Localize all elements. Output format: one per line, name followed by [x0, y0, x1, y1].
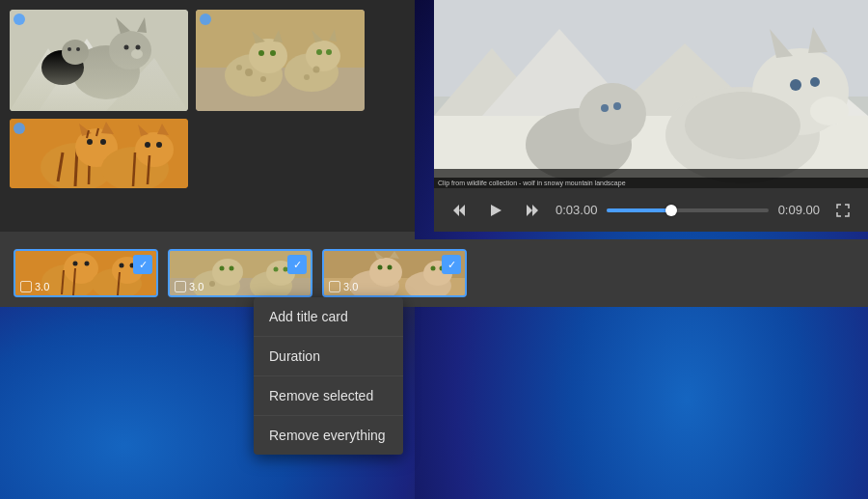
svg-point-23	[270, 50, 276, 56]
thumb-indicator	[14, 14, 25, 25]
svg-point-65	[790, 79, 801, 91]
menu-item-duration[interactable]: Duration	[254, 337, 403, 376]
rewind-button[interactable]	[446, 197, 473, 224]
svg-point-18	[249, 39, 287, 73]
svg-point-66	[810, 77, 820, 87]
svg-point-14	[76, 47, 80, 51]
wolf-svg	[10, 10, 188, 111]
svg-point-27	[304, 74, 310, 80]
svg-point-95	[212, 259, 243, 286]
media-grid	[10, 10, 405, 188]
svg-point-41	[87, 139, 93, 145]
svg-point-8	[131, 49, 143, 59]
duration-icon	[175, 281, 186, 292]
svg-point-4	[72, 45, 140, 99]
svg-point-29	[326, 49, 332, 55]
svg-point-97	[230, 266, 234, 271]
svg-rect-0	[10, 10, 188, 111]
svg-point-64	[810, 97, 849, 125]
svg-point-11	[41, 50, 84, 85]
menu-item-remove-selected[interactable]: Remove selected	[254, 376, 403, 416]
timeline-clip-tigers[interactable]: ✓ 3.0	[14, 249, 158, 297]
svg-point-69	[685, 92, 800, 159]
svg-point-19	[245, 69, 253, 76]
preview-caption: Clip from wildlife collection - wolf in …	[434, 178, 868, 188]
svg-marker-77	[491, 205, 502, 216]
timeline-clip-snow-cats[interactable]: ✓ 3.0	[168, 249, 312, 297]
svg-marker-78	[527, 205, 532, 216]
svg-point-101	[274, 267, 279, 272]
progress-bar[interactable]	[607, 208, 768, 212]
svg-point-96	[220, 266, 225, 271]
tiger-svg	[10, 119, 188, 188]
svg-point-49	[145, 142, 150, 148]
timeline-area: ✓ 3.0 ✓ 3.0	[0, 239, 868, 307]
svg-point-83	[73, 262, 78, 266]
duration-icon	[329, 281, 340, 292]
thumb-tiger-cubs[interactable]	[10, 119, 188, 188]
context-menu: Add title card Duration Remove selected …	[254, 297, 403, 455]
media-library-panel	[0, 0, 415, 232]
svg-point-9	[124, 45, 129, 50]
svg-point-71	[579, 83, 646, 145]
skip-button[interactable]	[519, 197, 546, 224]
current-time: 0:03.00	[556, 203, 597, 217]
fullscreen-button[interactable]	[829, 197, 856, 224]
svg-point-98	[209, 281, 215, 287]
svg-point-26	[313, 67, 320, 73]
clip-check-snow-cats: ✓	[287, 255, 307, 274]
menu-item-remove-everything[interactable]: Remove everything	[254, 416, 403, 455]
video-controls-bar: 0:03.00 0:09.00	[434, 188, 868, 232]
svg-point-48	[135, 132, 174, 167]
svg-point-25	[306, 41, 340, 71]
svg-point-12	[62, 40, 89, 65]
svg-marker-1	[10, 48, 87, 111]
svg-point-21	[236, 65, 242, 70]
thumb-wolf-snow[interactable]	[10, 10, 188, 111]
clip-duration-snow-cats: 3.0	[175, 281, 203, 292]
svg-marker-79	[532, 205, 538, 216]
preview-video	[434, 0, 868, 188]
svg-point-22	[258, 50, 264, 56]
clip-check-tigers: ✓	[133, 255, 152, 274]
svg-point-106	[369, 258, 402, 287]
svg-point-28	[316, 49, 322, 55]
clip-check-baby-cats: ✓	[442, 255, 461, 274]
svg-marker-2	[39, 39, 135, 111]
svg-point-108	[388, 265, 393, 270]
leopard-svg	[196, 10, 365, 111]
video-preview: Clip from wildlife collection - wolf in …	[434, 0, 868, 188]
svg-point-20	[260, 76, 266, 82]
svg-marker-3	[106, 58, 188, 111]
total-time: 0:09.00	[778, 203, 820, 217]
thumb-indicator	[200, 14, 211, 25]
svg-marker-75	[453, 205, 459, 216]
play-button[interactable]	[482, 197, 509, 224]
clip-duration-tigers: 3.0	[20, 281, 49, 292]
svg-point-107	[378, 265, 383, 270]
panel-separator	[0, 232, 415, 239]
thumb-indicator	[14, 123, 25, 134]
svg-marker-76	[459, 205, 465, 216]
timeline-clip-baby-cats[interactable]: ✓ 3.0	[322, 249, 467, 297]
svg-point-73	[613, 102, 621, 110]
thumb-snow-leopard[interactable]	[196, 10, 365, 111]
svg-point-50	[156, 142, 162, 148]
video-preview-panel: Clip from wildlife collection - wolf in …	[434, 0, 868, 232]
svg-point-89	[120, 263, 124, 268]
svg-point-13	[68, 47, 71, 51]
svg-point-10	[136, 45, 141, 50]
clip-duration-baby-cats: 3.0	[329, 281, 358, 292]
duration-icon	[20, 281, 32, 292]
progress-fill	[607, 208, 671, 212]
svg-point-42	[100, 139, 106, 145]
menu-item-add-title-card[interactable]: Add title card	[254, 297, 403, 337]
svg-point-113	[431, 266, 436, 271]
svg-point-84	[85, 262, 90, 266]
svg-point-5	[109, 31, 151, 69]
progress-thumb	[665, 205, 677, 216]
svg-point-72	[601, 104, 609, 112]
